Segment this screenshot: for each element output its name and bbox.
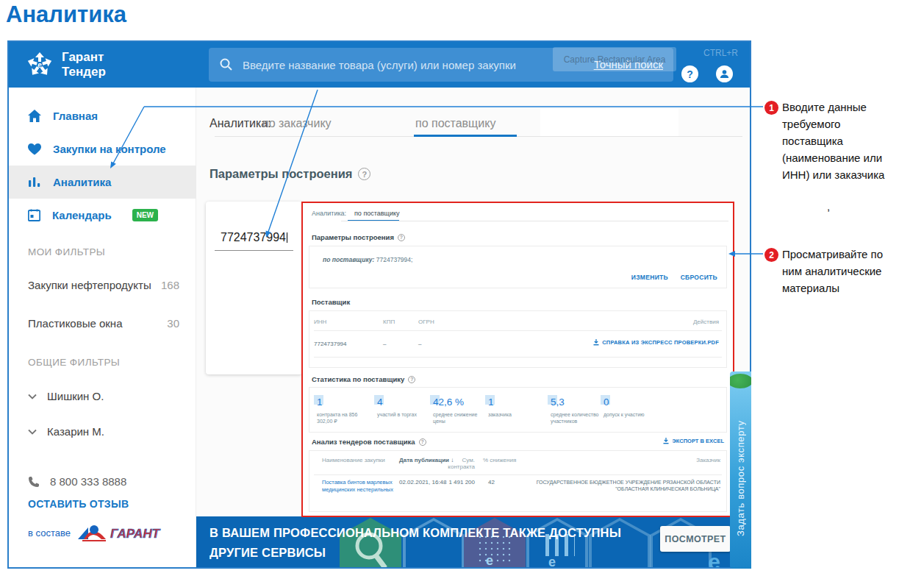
logo-text[interactable]: Гарант Тендер xyxy=(62,50,106,79)
col-contract-sum: Сум. контракта xyxy=(442,457,475,470)
params-heading-text: Параметры построения xyxy=(209,167,352,181)
sidebar-item-analytics[interactable]: Аналитика xyxy=(9,166,196,199)
svg-text:е: е xyxy=(37,61,42,69)
col-customer: Заказчик xyxy=(696,457,720,463)
banner-line1: В ВАШЕМ ПРОФЕССИОНАЛЬНОМ КОМПЛЕКТЕ ТАКЖЕ… xyxy=(209,523,621,543)
download-icon xyxy=(663,438,669,444)
garant-logo-text: ГАРАНТ xyxy=(110,527,161,541)
inset-supplier-heading: Поставщик xyxy=(312,298,350,306)
inset-analytics-label: Аналитика: xyxy=(312,210,346,217)
leave-feedback-link[interactable]: ОСТАВИТЬ ОТЗЫВ xyxy=(28,498,129,510)
inset-params-heading: Параметры построения? xyxy=(312,233,405,241)
divider xyxy=(314,357,722,358)
sidebar-item-label: Главная xyxy=(53,110,98,122)
logo-line1: Гарант xyxy=(62,50,106,65)
sidebar-item-home[interactable]: Главная xyxy=(9,99,196,132)
stat-contracts: 1 контракта на 856 302,00 ₽ xyxy=(317,395,365,424)
stat-participations: 4 участий в торгах xyxy=(377,395,426,418)
param-value: 7724737994; xyxy=(376,256,413,263)
filter-label: Закупки нефтепродукты xyxy=(28,279,151,291)
annotation-1-text: Вводите данные требуемого поставщика (на… xyxy=(782,99,887,183)
search-icon xyxy=(219,57,233,71)
cell-discount: 42 xyxy=(468,479,495,486)
leaf-icon xyxy=(730,374,751,388)
common-filter-shishkin[interactable]: Шишкин О. xyxy=(28,390,104,402)
divider xyxy=(314,474,722,475)
support-phone: 8 800 333 8888 xyxy=(28,475,126,488)
heart-icon xyxy=(28,143,41,155)
col-discount: % снижения xyxy=(483,457,516,463)
app-header: е Гарант Тендер Точный поиск Capture Rec… xyxy=(9,42,750,88)
col-kpp: КПП xyxy=(383,319,395,325)
group-label: Шишкин О. xyxy=(47,390,104,402)
search-input[interactable] xyxy=(243,48,573,82)
question-circle-icon[interactable]: ? xyxy=(408,376,415,383)
sidebar-item-calendar[interactable]: Календарь NEW xyxy=(9,199,196,232)
params-heading: Параметры построения ? xyxy=(209,167,370,181)
phone-number: 8 800 333 8888 xyxy=(50,475,126,488)
inset-supplier-block: ИНН КПП ОГРН Действия 7724737994 – – СПР… xyxy=(309,310,727,368)
question-circle-icon[interactable]: ? xyxy=(419,438,426,446)
annotation-1-suffix: , xyxy=(827,200,830,213)
col-inn: ИНН xyxy=(314,319,326,325)
col-tender-name: Наименование закупки xyxy=(322,457,385,463)
sidebar-item-label: Аналитика xyxy=(53,176,111,188)
param-label: по поставщику: xyxy=(323,256,374,263)
supplier-input-card: 7724737994 xyxy=(206,202,302,374)
question-circle-icon[interactable]: ? xyxy=(358,168,370,180)
tender-link[interactable]: Поставка бинтов марлевых медицинских нес… xyxy=(322,479,401,493)
question-circle-icon[interactable]: ? xyxy=(398,234,405,241)
express-check-pdf-link[interactable]: СПРАВКА ИЗ ЭКСПРЕСС ПРОВЕРКИ.PDF xyxy=(593,339,719,346)
garant-logo: ГАРАНТ xyxy=(76,520,171,545)
home-icon xyxy=(28,110,41,122)
reset-button[interactable]: СБРОСИТЬ xyxy=(681,274,717,281)
section-my-filters: МОИ ФИЛЬТРЫ xyxy=(28,246,105,257)
sidebar-item-label: Закупки на контроле xyxy=(53,143,166,155)
text-cursor xyxy=(287,232,287,243)
page-title: Аналитика xyxy=(6,1,126,28)
cell-date: 02.02.2021, 16:48 xyxy=(399,479,447,486)
common-filter-kazarin[interactable]: Казарин М. xyxy=(28,425,104,438)
garant-tender-logo-icon: е xyxy=(25,50,54,79)
tab-by-customer[interactable]: по заказчику xyxy=(262,117,332,130)
filter-item-oil-purchases[interactable]: Закупки нефтепродукты 168 xyxy=(28,279,179,291)
ask-expert-label: Задать вопрос эксперту xyxy=(730,394,751,563)
help-icon[interactable]: ? xyxy=(681,65,698,82)
main-area: Аналитика: по заказчику по поставщику Па… xyxy=(196,88,750,567)
view-services-button[interactable]: ПОСМОТРЕТ xyxy=(660,526,731,552)
footer-prefix: в составе xyxy=(28,527,71,538)
inset-params-block: по поставщику: 7724737994; ИЗМЕНИТЬ СБРО… xyxy=(309,246,727,288)
tab-by-supplier[interactable]: по поставщику xyxy=(415,117,495,130)
annotation-1-badge: 1 xyxy=(764,101,778,115)
promo-banner: е е В ВАШЕМ ПРОФЕССИОНАЛЬНОМ КОМПЛЕКТЕ Т… xyxy=(196,516,750,567)
filter-label: Пластиковые окна xyxy=(28,317,123,330)
export-excel-link[interactable]: ЭКСПОРТ В EXCEL xyxy=(663,438,724,444)
blanked-area xyxy=(540,108,678,136)
capture-shortcut: CTRL+R xyxy=(703,48,738,58)
logo-line2: Тендер xyxy=(62,65,106,79)
calendar-icon xyxy=(28,209,40,221)
app-window: е Гарант Тендер Точный поиск Capture Rec… xyxy=(7,40,751,569)
filter-count: 168 xyxy=(161,279,179,291)
phone-icon xyxy=(28,476,40,488)
banner-line2: ДРУГИЕ СЕРВИСЫ xyxy=(209,543,621,563)
supplier-inn-input[interactable]: 7724737994 xyxy=(215,231,293,251)
ask-expert-tab[interactable]: Задать вопрос эксперту xyxy=(730,371,751,569)
filter-item-plastic-windows[interactable]: Пластиковые окна 30 xyxy=(28,317,179,330)
inset-stats-block: 1 контракта на 856 302,00 ₽ 4 участий в … xyxy=(309,387,727,433)
person-icon xyxy=(719,68,730,79)
download-icon xyxy=(593,339,599,346)
change-button[interactable]: ИЗМЕНИТЬ xyxy=(631,274,668,281)
letter-e-decoration: e xyxy=(708,550,720,567)
stat-avg-price-drop: 42,6 % среднее снижение цены xyxy=(433,395,481,424)
chevron-down-icon xyxy=(28,394,37,399)
active-tab-underline xyxy=(414,135,517,137)
profile-icon[interactable] xyxy=(716,65,733,82)
page: Аналитика е Гарант Тендер xyxy=(0,0,924,576)
sidebar-item-control-purchases[interactable]: Закупки на контроле xyxy=(9,132,196,166)
capture-tool-overlay: Capture Rectangular Area xyxy=(553,47,676,71)
inset-tab-by-supplier[interactable]: по поставщику xyxy=(354,210,400,217)
filter-count: 30 xyxy=(167,317,179,330)
garant-footer: в составе ГАРАНТ xyxy=(28,520,171,545)
result-preview-panel: Аналитика: по поставщику Параметры постр… xyxy=(301,202,734,517)
